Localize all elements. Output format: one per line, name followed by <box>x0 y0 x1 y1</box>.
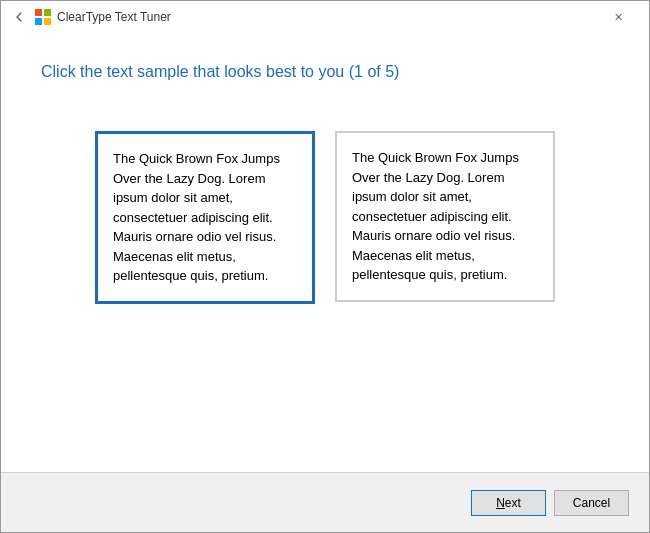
sample-text-1: The Quick Brown Fox Jumps Over the Lazy … <box>113 151 280 283</box>
text-sample-1[interactable]: The Quick Brown Fox Jumps Over the Lazy … <box>95 131 315 304</box>
back-button[interactable] <box>9 7 29 27</box>
text-sample-2[interactable]: The Quick Brown Fox Jumps Over the Lazy … <box>335 131 555 302</box>
instruction-text: Click the text sample that looks best to… <box>41 63 609 81</box>
next-button[interactable]: Next <box>471 490 546 516</box>
title-bar-left: ClearType Text Tuner <box>9 7 595 27</box>
window-title: ClearType Text Tuner <box>57 10 171 24</box>
sample-text-2: The Quick Brown Fox Jumps Over the Lazy … <box>352 150 519 282</box>
content-area: Click the text sample that looks best to… <box>1 33 649 472</box>
title-bar: ClearType Text Tuner ✕ <box>1 1 649 33</box>
svg-rect-3 <box>44 18 51 25</box>
svg-rect-1 <box>44 9 51 16</box>
app-icon <box>35 9 51 25</box>
svg-rect-0 <box>35 9 42 16</box>
main-window: ClearType Text Tuner ✕ Click the text sa… <box>0 0 650 533</box>
footer: Next Cancel <box>1 472 649 532</box>
title-bar-controls: ✕ <box>595 1 641 33</box>
svg-rect-2 <box>35 18 42 25</box>
cancel-button[interactable]: Cancel <box>554 490 629 516</box>
next-label-rest: ext <box>505 496 521 510</box>
close-button[interactable]: ✕ <box>595 1 641 33</box>
samples-container: The Quick Brown Fox Jumps Over the Lazy … <box>41 131 609 304</box>
